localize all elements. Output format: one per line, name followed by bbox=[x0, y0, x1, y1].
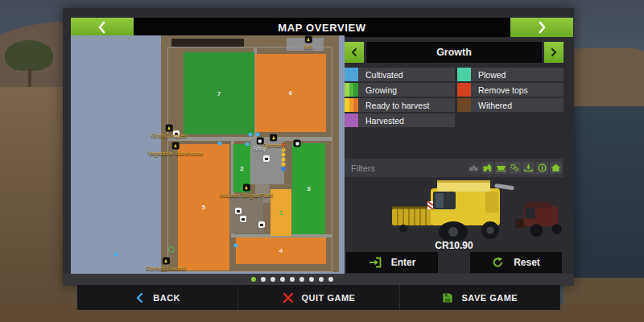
map-poi-vegetable-warehouse[interactable]: Vegetable Warehouse bbox=[148, 142, 204, 156]
poi-label: Vegetable Warehouse bbox=[148, 151, 204, 156]
back-button[interactable]: BACK bbox=[77, 285, 237, 310]
map-zone-biogas-yard bbox=[229, 195, 263, 233]
chevron-left-icon bbox=[95, 20, 109, 35]
filter-production-button[interactable] bbox=[509, 162, 521, 174]
quit-x-icon bbox=[283, 292, 294, 303]
overlay-prev-button[interactable] bbox=[345, 42, 364, 63]
map-queue-dot bbox=[282, 167, 286, 171]
legend-item-growing: Growing bbox=[345, 83, 455, 97]
filter-vehicles-button[interactable] bbox=[481, 162, 493, 174]
harvested-swatch bbox=[345, 114, 358, 127]
overlay-selector: Growth bbox=[345, 42, 564, 63]
filter-tools-button[interactable] bbox=[495, 162, 507, 174]
poi-label: Shop bbox=[254, 146, 266, 151]
map-poi-mclean-biogas-plant[interactable]: McLean Biogas Plant bbox=[220, 184, 273, 198]
warning-circle-icon bbox=[537, 163, 547, 172]
map-field-6: 6 bbox=[255, 54, 326, 132]
vehicle-preview-main bbox=[390, 179, 519, 246]
map-field-4: 4 bbox=[236, 237, 326, 264]
tractor-icon bbox=[482, 163, 493, 172]
page-dot-5 bbox=[299, 277, 304, 282]
hotspot-icon bbox=[243, 184, 250, 192]
map-field-5: 5 bbox=[178, 144, 229, 270]
map-field-7: 7 bbox=[184, 52, 254, 134]
filter-alerts-button[interactable] bbox=[536, 162, 548, 174]
legend-item-withered: Withered bbox=[457, 98, 564, 112]
filter-buildings-button[interactable] bbox=[550, 162, 562, 174]
page-dot-4 bbox=[290, 277, 295, 282]
page-title: MAP OVERVIEW bbox=[134, 18, 510, 37]
map-poi-shop[interactable]: Shop bbox=[254, 138, 266, 151]
save-game-button[interactable]: SAVE GAME bbox=[399, 285, 560, 310]
map-overview-panel: MAP OVERVIEW 7652314MillGrainComplexVege… bbox=[63, 8, 574, 286]
prev-page-button[interactable] bbox=[71, 18, 134, 37]
download-icon bbox=[523, 163, 534, 172]
filters-label: Filters bbox=[351, 163, 468, 173]
legend-item-cultivated: Cultivated bbox=[345, 68, 455, 81]
legend-item-harvested: Harvested bbox=[345, 114, 455, 127]
overlay-title: Growth bbox=[366, 42, 542, 63]
map-queue-dot bbox=[282, 148, 286, 152]
hotspot-icon bbox=[256, 138, 263, 145]
house-icon bbox=[551, 163, 561, 172]
vehicle-showcase bbox=[345, 179, 564, 243]
page-dots bbox=[251, 277, 333, 282]
map-info-dot bbox=[249, 133, 253, 137]
legend-item-remove-tops: Remove tops bbox=[457, 83, 564, 97]
next-page-button[interactable] bbox=[510, 18, 573, 37]
overlay-next-button[interactable] bbox=[544, 42, 564, 63]
withered-swatch bbox=[457, 98, 471, 112]
map-queue-dot bbox=[282, 158, 286, 162]
legend-item-plowed: Plowed bbox=[457, 68, 564, 81]
chevron-left-icon bbox=[350, 47, 358, 57]
map-poi-graincomplex[interactable]: GrainComplex bbox=[151, 125, 188, 138]
chevron-right-icon bbox=[535, 20, 549, 35]
map-viewport[interactable]: 7652314MillGrainComplexVegetable Warehou… bbox=[71, 35, 345, 274]
map-vehicle-marker bbox=[235, 208, 242, 214]
map-vehicle-marker bbox=[263, 155, 270, 162]
page-dot-7 bbox=[319, 277, 324, 282]
background-water bbox=[564, 106, 644, 282]
map-filters-bar: Filters bbox=[345, 159, 564, 177]
vehicle-preview-next bbox=[515, 198, 567, 242]
page-dot-8 bbox=[328, 277, 333, 282]
map-queue-dot bbox=[282, 163, 286, 167]
page-dot-6 bbox=[309, 277, 314, 282]
map-info-dot bbox=[218, 142, 222, 146]
map-sidebar: Growth Cultivated Growing Ready to harve… bbox=[345, 42, 564, 277]
poi-label: Mill bbox=[304, 44, 313, 50]
filter-unload-button[interactable] bbox=[522, 162, 535, 174]
page-dot-1 bbox=[261, 277, 266, 282]
poi-label: GrainComplex bbox=[151, 133, 188, 138]
remove-tops-swatch bbox=[457, 83, 471, 97]
gears-icon bbox=[510, 163, 520, 172]
page-header: MAP OVERVIEW bbox=[71, 18, 573, 37]
enter-button[interactable]: Enter bbox=[346, 252, 438, 273]
cutter-icon bbox=[496, 163, 506, 172]
background-tree bbox=[5, 40, 53, 71]
plowed-swatch bbox=[457, 68, 471, 81]
map-info-dot bbox=[234, 244, 238, 248]
map-poi[interactable] bbox=[294, 140, 301, 147]
map-vehicle-marker bbox=[240, 216, 246, 222]
filter-binoculars-button[interactable] bbox=[468, 162, 480, 174]
hotspot-icon bbox=[172, 142, 180, 150]
map-zone-road-h1 bbox=[167, 137, 332, 141]
map-poi-stanton-sawmill[interactable]: Stanton Sawmill bbox=[146, 258, 186, 271]
poi-label: Stanton Sawmill bbox=[146, 266, 186, 271]
cultivated-swatch bbox=[345, 68, 358, 81]
binoculars-icon bbox=[469, 163, 479, 172]
back-chevron-icon bbox=[134, 292, 145, 303]
map-vehicle-marker bbox=[258, 221, 265, 228]
hotspot-icon bbox=[294, 140, 301, 147]
page-dot-0 bbox=[251, 277, 256, 282]
page-dot-2 bbox=[270, 277, 275, 282]
hotspot-icon bbox=[162, 258, 169, 265]
legend-item-ready-to-harvest: Ready to harvest bbox=[345, 98, 455, 112]
map-poi-mill[interactable]: Mill bbox=[304, 36, 313, 50]
reset-button[interactable]: Reset bbox=[470, 252, 562, 273]
background-tree-trunk bbox=[28, 68, 31, 87]
quit-game-button[interactable]: QUIT GAME bbox=[237, 285, 398, 310]
bottom-menu-bar: BACK QUIT GAME SAVE GAME bbox=[77, 285, 560, 310]
hotspot-icon bbox=[305, 36, 312, 43]
